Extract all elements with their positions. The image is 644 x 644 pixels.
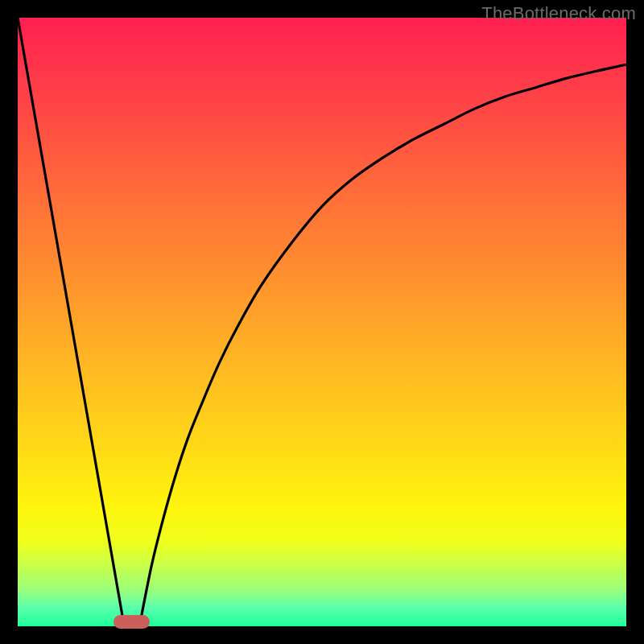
left-line bbox=[18, 18, 124, 626]
chart-container: TheBottleneck.com bbox=[0, 0, 644, 644]
bottleneck-marker bbox=[114, 615, 150, 629]
watermark-text: TheBottleneck.com bbox=[481, 3, 636, 24]
right-curve bbox=[139, 64, 626, 626]
plot-area bbox=[18, 18, 626, 626]
curve-layer bbox=[18, 18, 626, 626]
